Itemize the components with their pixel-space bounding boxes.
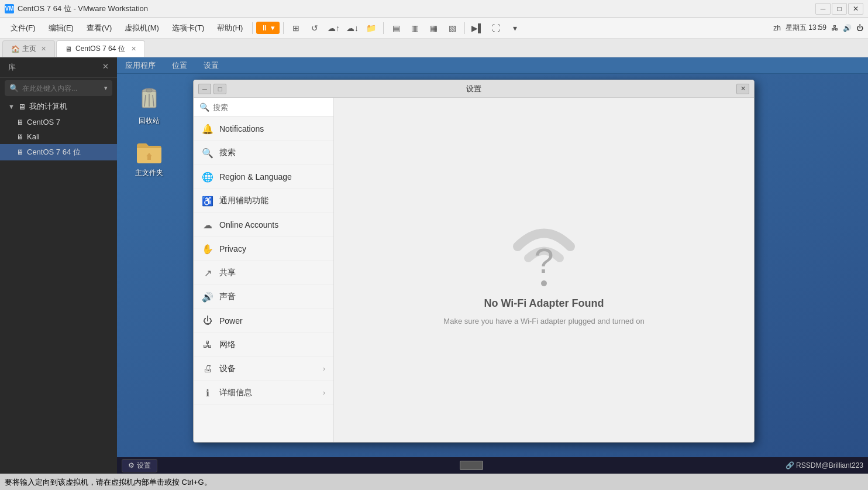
toolbar-separator [252, 22, 253, 34]
subnav-settings[interactable]: 设置 [201, 58, 221, 73]
sidebar-close-icon[interactable]: ✕ [102, 62, 109, 71]
sidebar-title: 库 [8, 63, 16, 71]
toolbar-btn-2[interactable]: ↺ [306, 21, 323, 35]
vm-viewport-indicator [460, 461, 483, 470]
expand-icon: ▼ [8, 103, 15, 110]
tab-vm-label: CentOS 7 64 位 [75, 44, 125, 54]
devices-arrow-icon: › [323, 365, 325, 373]
tab-vm[interactable]: 🖥 CentOS 7 64 位 ✕ [56, 40, 145, 57]
settings-item-label: Notifications [219, 124, 264, 133]
menu-tab[interactable]: 选项卡(T) [166, 20, 211, 36]
toolbar-btn-vm1[interactable]: ▤ [387, 21, 405, 35]
settings-maximize-btn[interactable]: □ [213, 84, 226, 94]
tab-vm-close[interactable]: ✕ [131, 45, 136, 53]
settings-minimize-btn[interactable]: ─ [198, 84, 211, 94]
settings-item-search[interactable]: 🔍 搜索 [194, 141, 333, 165]
settings-item-network[interactable]: 🖧 网络 [194, 333, 333, 357]
home-folder-icon[interactable]: 主文件夹 [129, 138, 170, 178]
settings-item-info[interactable]: ℹ 详细信息 › [194, 381, 333, 405]
toolbar-separator-3 [383, 22, 384, 34]
share-icon: ↗ [202, 267, 213, 279]
toolbar-btn-vm4[interactable]: ▧ [443, 21, 461, 35]
trash-icon-desktop[interactable]: 回收站 [129, 85, 170, 126]
vm-taskbar: ⚙ 设置 🔗 RSSDM@Brilliant223 [117, 457, 868, 474]
settings-item-sound[interactable]: 🔊 声音 [194, 285, 333, 309]
menu-help[interactable]: 帮助(H) [211, 20, 249, 36]
toolbar-btn-terminal[interactable]: ▶▌ [469, 21, 486, 35]
menu-vm[interactable]: 虚拟机(M) [119, 20, 165, 36]
bottom-status-bar: 要将输入定向到该虚拟机，请在虚拟机内部单击或按 Ctrl+G。 [0, 474, 868, 490]
menu-edit[interactable]: 编辑(E) [43, 20, 80, 36]
taskbar-settings-label: 设置 [137, 461, 151, 471]
subnav-location[interactable]: 位置 [170, 58, 190, 73]
maximize-button[interactable]: □ [832, 3, 847, 15]
settings-close-btn[interactable]: ✕ [736, 84, 749, 94]
vmware-title: CentOS 7 64 位 - VMware Workstation [18, 4, 812, 14]
vmware-titlebar: VM CentOS 7 64 位 - VMware Workstation ─ … [0, 0, 868, 18]
pause-icon: ⏸ [261, 23, 268, 32]
settings-item-privacy[interactable]: ✋ Privacy [194, 237, 333, 261]
subnav-apps[interactable]: 应用程序 [123, 58, 158, 73]
toolbar-btn-fullscreen[interactable]: ⛶ [487, 21, 505, 35]
volume-icon: 🔊 [202, 291, 213, 303]
svg-rect-5 [146, 89, 152, 92]
settings-item-label: 共享 [219, 268, 236, 278]
settings-right-panel: ? No Wi-Fi Adapter Found Make sure you h… [334, 98, 754, 442]
sidebar-item-centos7-64[interactable]: 🖥 CentOS 7 64 位 [0, 144, 117, 160]
search-icon: 🔍 [202, 147, 213, 159]
sidebar-search-dropdown[interactable]: ▾ [104, 84, 108, 92]
settings-item-label: 通用辅助功能 [219, 196, 268, 206]
menu-file[interactable]: 文件(F) [5, 20, 42, 36]
taskbar-settings-button[interactable]: ⚙ 设置 [122, 459, 157, 472]
settings-search-input[interactable] [213, 103, 328, 112]
network-status-icon: 🔗 [786, 461, 794, 470]
sidebar-header: 库 ✕ [0, 57, 117, 78]
tab-home-close[interactable]: ✕ [41, 45, 46, 53]
settings-left-panel: 🔍 🔔 Notifications 🔍 搜索 [194, 98, 334, 442]
tab-home[interactable]: 🏠 主页 ✕ [2, 40, 55, 57]
settings-item-sharing[interactable]: ↗ 共享 [194, 261, 333, 285]
pause-button[interactable]: ⏸ ▾ [256, 22, 280, 34]
sidebar-search[interactable]: 🔍 ▾ [5, 80, 112, 96]
settings-search-bar[interactable]: 🔍 [194, 98, 333, 117]
globe-icon: 🌐 [202, 171, 213, 183]
settings-item-label: 搜索 [219, 148, 236, 158]
toolbar-btn-3[interactable]: ☁↑ [325, 21, 342, 35]
info-arrow-icon: › [323, 389, 325, 397]
toolbar-btn-1[interactable]: ⊞ [287, 21, 305, 35]
systray-lang: zh [773, 24, 781, 32]
toolbar-btn-5[interactable]: 📁 [362, 21, 380, 35]
systray-network-icon: 🖧 [831, 24, 838, 32]
trash-image [135, 85, 163, 114]
sidebar-item-kali[interactable]: 🖥 Kali [0, 129, 117, 144]
menu-view[interactable]: 查看(V) [81, 20, 118, 36]
settings-item-notifications[interactable]: 🔔 Notifications [194, 117, 333, 141]
toolbar-btn-vm3[interactable]: ▦ [425, 21, 442, 35]
settings-titlebar: ─ □ 设置 ✕ [194, 80, 754, 98]
toolbar-btn-vm2[interactable]: ▥ [406, 21, 423, 35]
settings-item-power[interactable]: ⏻ Power [194, 309, 333, 333]
folder-label: 主文件夹 [135, 168, 163, 178]
trash-label: 回收站 [139, 116, 160, 126]
settings-item-region[interactable]: 🌐 Region & Language [194, 165, 333, 189]
settings-search-icon: 🔍 [199, 102, 209, 112]
settings-body: 🔍 🔔 Notifications 🔍 搜索 [194, 98, 754, 442]
toolbar-btn-4[interactable]: ☁↓ [343, 21, 361, 35]
no-wifi-graphic: ? [500, 214, 588, 290]
device-icon: 🖨 [202, 363, 213, 375]
info-icon: ℹ [202, 387, 213, 399]
sidebar-item-centos7[interactable]: 🖥 CentOS 7 [0, 115, 117, 129]
vm-icon-small: 🖥 [16, 148, 23, 156]
sidebar-search-input[interactable] [22, 84, 101, 92]
settings-item-accessibility[interactable]: ♿ 通用辅助功能 [194, 189, 333, 213]
systray-volume-icon: 🔊 [843, 24, 852, 32]
home-icon: 🏠 [11, 45, 20, 53]
settings-item-online-accounts[interactable]: ☁ Online Accounts [194, 213, 333, 237]
toolbar-btn-arrow[interactable]: ▾ [506, 21, 523, 35]
settings-item-devices[interactable]: 🖨 设备 › [194, 357, 333, 381]
sidebar-item-mycomputer[interactable]: ▼ 🖥 我的计算机 [0, 98, 117, 115]
close-button[interactable]: ✕ [848, 3, 863, 15]
minimize-button[interactable]: ─ [815, 3, 831, 15]
settings-gear-icon: ⚙ [128, 461, 135, 470]
folder-image [135, 138, 163, 166]
